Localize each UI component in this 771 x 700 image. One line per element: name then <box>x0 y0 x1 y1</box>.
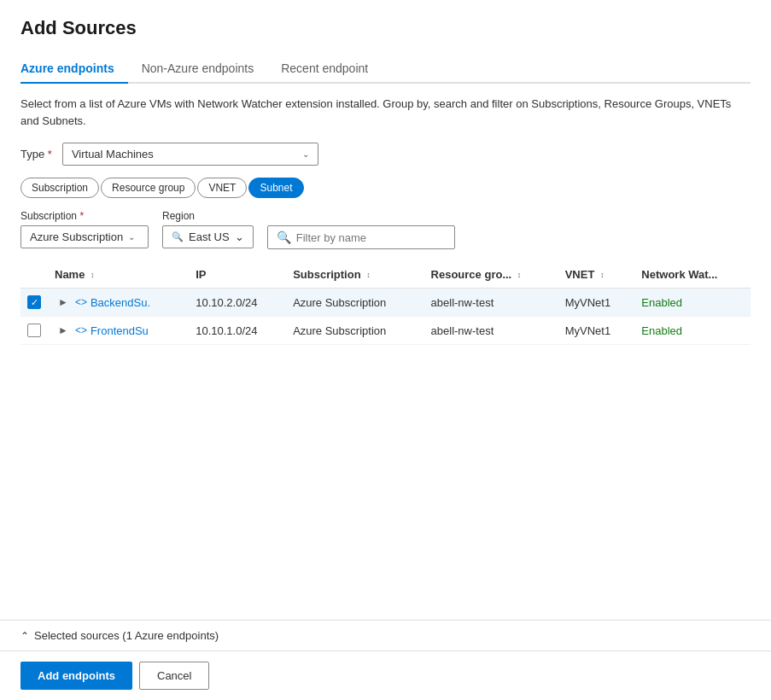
sort-icon: ↕ <box>517 271 522 279</box>
pill-resource-group[interactable]: Resource group <box>101 178 196 198</box>
row-ip-cell: 10.10.2.0/24 <box>189 289 286 317</box>
row-name-cell: ► <> FrontendSu <box>48 317 189 345</box>
row-subscription-cell: Azure Subscription <box>286 317 423 345</box>
row-checkbox-cell[interactable] <box>20 289 48 317</box>
action-buttons: Add endpoints Cancel <box>0 651 771 700</box>
sources-table: Name ↕ IP Subscription ↕ Resource gro...… <box>20 261 751 345</box>
row-checkbox[interactable] <box>27 324 41 337</box>
col-vnet[interactable]: VNET ↕ <box>558 261 635 289</box>
subnet-icon: <> <box>75 296 87 308</box>
search-icon: 🔍 <box>172 231 184 242</box>
row-name-link[interactable]: BackendSu. <box>91 296 150 309</box>
tab-recent-endpoint[interactable]: Recent endpoint <box>267 55 382 84</box>
type-row: Type * Virtual Machines ⌄ <box>20 143 751 166</box>
page-title: Add Sources <box>20 17 751 39</box>
type-label: Type * <box>20 148 52 160</box>
type-select[interactable]: Virtual Machines ⌄ <box>62 143 318 166</box>
col-name[interactable]: Name ↕ <box>48 261 189 289</box>
sort-icon: ↕ <box>91 271 95 279</box>
pill-subscription[interactable]: Subscription <box>20 178 99 198</box>
subscription-dropdown[interactable]: Azure Subscription ⌄ <box>20 225 149 248</box>
filters-row: Subscription * Azure Subscription ⌄ Regi… <box>20 210 751 249</box>
selected-sources-bar[interactable]: ⌃ Selected sources (1 Azure endpoints) <box>0 621 771 651</box>
chevron-down-icon: ⌄ <box>235 230 244 243</box>
row-name-cell: ► <> BackendSu. <box>48 289 189 317</box>
subnet-icon: <> <box>75 324 87 336</box>
row-subscription-cell: Azure Subscription <box>286 289 423 317</box>
row-ip-cell: 10.10.1.0/24 <box>189 317 286 345</box>
row-checkbox[interactable] <box>27 295 41 309</box>
col-network-watcher: Network Wat... <box>634 261 751 289</box>
tab-azure-endpoints[interactable]: Azure endpoints <box>20 55 128 84</box>
pill-vnet[interactable]: VNET <box>197 178 247 198</box>
tabs-container: Azure endpoints Non-Azure endpoints Rece… <box>20 55 751 84</box>
cancel-button[interactable]: Cancel <box>139 662 209 690</box>
row-vnet-cell: MyVNet1 <box>558 317 635 345</box>
search-box[interactable]: 🔍 <box>267 225 455 249</box>
description-text: Select from a list of Azure VMs with Net… <box>20 96 751 129</box>
bottom-section: ⌃ Selected sources (1 Azure endpoints) A… <box>0 620 771 700</box>
row-resource-group-cell: abell-nw-test <box>424 289 558 317</box>
region-dropdown[interactable]: 🔍 East US ⌄ <box>162 225 254 248</box>
col-checkbox <box>20 261 48 289</box>
pill-subnet[interactable]: Subnet <box>248 178 303 198</box>
table-row: ► <> FrontendSu 10.10.1.0/24 Azure Subsc… <box>20 317 751 345</box>
search-filter-group: 🔍 <box>267 210 455 249</box>
expand-button[interactable]: ► <box>55 324 72 336</box>
col-ip: IP <box>189 261 286 289</box>
expand-button[interactable]: ► <box>55 296 72 308</box>
chevron-up-icon: ⌃ <box>20 630 29 642</box>
row-name-link[interactable]: FrontendSu <box>91 324 149 337</box>
row-resource-group-cell: abell-nw-test <box>424 317 558 345</box>
region-filter-group: Region 🔍 East US ⌄ <box>162 210 254 248</box>
sort-icon: ↕ <box>600 271 605 279</box>
sort-icon: ↕ <box>366 271 371 279</box>
chevron-down-icon: ⌄ <box>128 232 135 242</box>
search-icon: 🔍 <box>277 230 291 244</box>
row-network-watcher-cell: Enabled <box>634 289 751 317</box>
row-vnet-cell: MyVNet1 <box>558 289 635 317</box>
add-endpoints-button[interactable]: Add endpoints <box>20 662 132 690</box>
tab-non-azure-endpoints[interactable]: Non-Azure endpoints <box>128 55 268 84</box>
row-checkbox-cell[interactable] <box>20 317 48 345</box>
chevron-down-icon: ⌄ <box>302 149 309 159</box>
col-resource-group[interactable]: Resource gro... ↕ <box>424 261 558 289</box>
groupby-pills: Subscription Resource group VNET Subnet <box>20 178 751 198</box>
subscription-filter-group: Subscription * Azure Subscription ⌄ <box>20 210 149 248</box>
col-subscription[interactable]: Subscription ↕ <box>286 261 423 289</box>
row-network-watcher-cell: Enabled <box>634 317 751 345</box>
search-input[interactable] <box>296 231 446 244</box>
table-row: ► <> BackendSu. 10.10.2.0/24 Azure Subsc… <box>20 289 751 317</box>
